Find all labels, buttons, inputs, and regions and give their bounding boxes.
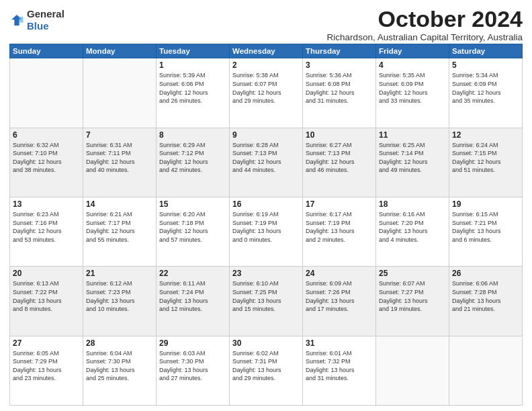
day-number: 2 (232, 60, 300, 70)
day-number: 10 (306, 130, 373, 140)
logo-blue: Blue (27, 20, 49, 32)
day-info: Sunrise: 6:11 AM Sunset: 7:24 PM Dayligh… (159, 279, 226, 313)
day-info: Sunrise: 6:05 AM Sunset: 7:29 PM Dayligh… (13, 349, 80, 383)
day-info: Sunrise: 5:36 AM Sunset: 6:08 PM Dayligh… (306, 71, 373, 105)
day-info: Sunrise: 6:17 AM Sunset: 7:19 PM Dayligh… (306, 210, 373, 244)
table-row: 28Sunrise: 6:04 AM Sunset: 7:30 PM Dayli… (83, 336, 157, 405)
day-number: 13 (13, 199, 80, 209)
day-number: 4 (379, 60, 446, 70)
svg-marker-2 (19, 16, 24, 22)
col-saturday: Saturday (449, 44, 523, 58)
logo-general: General (27, 8, 64, 19)
day-number: 31 (306, 338, 373, 348)
day-info: Sunrise: 6:20 AM Sunset: 7:18 PM Dayligh… (159, 210, 226, 244)
table-row: 26Sunrise: 6:06 AM Sunset: 7:28 PM Dayli… (449, 267, 523, 336)
day-info: Sunrise: 5:38 AM Sunset: 6:07 PM Dayligh… (232, 71, 300, 105)
day-number: 20 (13, 269, 80, 278)
calendar-week-row: 1Sunrise: 5:39 AM Sunset: 6:06 PM Daylig… (10, 58, 523, 128)
day-number: 18 (379, 199, 446, 209)
day-number: 23 (232, 269, 300, 278)
col-thursday: Thursday (303, 44, 376, 58)
day-info: Sunrise: 6:24 AM Sunset: 7:15 PM Dayligh… (452, 141, 519, 175)
month-title: October 2024 (327, 7, 523, 32)
day-number: 3 (306, 60, 373, 70)
day-info: Sunrise: 6:25 AM Sunset: 7:14 PM Dayligh… (379, 141, 446, 175)
day-number: 7 (86, 130, 153, 140)
table-row: 11Sunrise: 6:25 AM Sunset: 7:14 PM Dayli… (376, 128, 449, 197)
day-info: Sunrise: 6:04 AM Sunset: 7:30 PM Dayligh… (86, 349, 153, 383)
table-row: 19Sunrise: 6:15 AM Sunset: 7:21 PM Dayli… (449, 197, 523, 267)
page: General Blue October 2024 Richardson, Au… (0, 0, 532, 411)
logo-text: General Blue (27, 8, 64, 32)
day-number: 8 (159, 130, 226, 140)
table-row (449, 336, 523, 405)
col-wednesday: Wednesday (230, 44, 303, 58)
day-number: 29 (159, 338, 226, 348)
table-row: 31Sunrise: 6:01 AM Sunset: 7:32 PM Dayli… (303, 336, 376, 405)
table-row: 22Sunrise: 6:11 AM Sunset: 7:24 PM Dayli… (157, 267, 230, 336)
col-tuesday: Tuesday (157, 44, 230, 58)
table-row: 17Sunrise: 6:17 AM Sunset: 7:19 PM Dayli… (303, 197, 376, 267)
table-row (10, 58, 83, 128)
day-info: Sunrise: 5:35 AM Sunset: 6:09 PM Dayligh… (379, 71, 446, 105)
calendar-week-row: 6Sunrise: 6:32 AM Sunset: 7:10 PM Daylig… (10, 128, 523, 197)
day-number: 1 (159, 60, 226, 70)
day-number: 11 (379, 130, 446, 140)
day-number: 17 (306, 199, 373, 209)
day-info: Sunrise: 6:09 AM Sunset: 7:26 PM Dayligh… (306, 279, 373, 313)
table-row: 15Sunrise: 6:20 AM Sunset: 7:18 PM Dayli… (157, 197, 230, 267)
col-monday: Monday (83, 44, 157, 58)
table-row: 21Sunrise: 6:12 AM Sunset: 7:23 PM Dayli… (83, 267, 157, 336)
day-number: 15 (159, 199, 226, 209)
table-row: 18Sunrise: 6:16 AM Sunset: 7:20 PM Dayli… (376, 197, 449, 267)
subtitle: Richardson, Australian Capital Territory… (327, 32, 523, 42)
day-number: 14 (86, 199, 153, 209)
day-info: Sunrise: 6:23 AM Sunset: 7:16 PM Dayligh… (13, 210, 80, 244)
day-number: 21 (86, 269, 153, 278)
day-number: 19 (452, 199, 519, 209)
table-row: 7Sunrise: 6:31 AM Sunset: 7:11 PM Daylig… (83, 128, 157, 197)
day-info: Sunrise: 6:10 AM Sunset: 7:25 PM Dayligh… (232, 279, 300, 313)
calendar-week-row: 20Sunrise: 6:13 AM Sunset: 7:22 PM Dayli… (10, 267, 523, 336)
table-row: 9Sunrise: 6:28 AM Sunset: 7:13 PM Daylig… (230, 128, 303, 197)
table-row: 14Sunrise: 6:21 AM Sunset: 7:17 PM Dayli… (83, 197, 157, 267)
day-number: 9 (232, 130, 300, 140)
day-info: Sunrise: 6:15 AM Sunset: 7:21 PM Dayligh… (452, 210, 519, 244)
day-info: Sunrise: 6:12 AM Sunset: 7:23 PM Dayligh… (86, 279, 153, 313)
day-number: 16 (232, 199, 300, 209)
table-row: 30Sunrise: 6:02 AM Sunset: 7:31 PM Dayli… (230, 336, 303, 405)
day-number: 28 (86, 338, 153, 348)
day-info: Sunrise: 6:21 AM Sunset: 7:17 PM Dayligh… (86, 210, 153, 244)
day-number: 6 (13, 130, 80, 140)
day-info: Sunrise: 6:13 AM Sunset: 7:22 PM Dayligh… (13, 279, 80, 313)
day-info: Sunrise: 6:01 AM Sunset: 7:32 PM Dayligh… (306, 349, 373, 383)
table-row (376, 336, 449, 405)
logo: General Blue (9, 8, 64, 32)
day-number: 22 (159, 269, 226, 278)
table-row: 4Sunrise: 5:35 AM Sunset: 6:09 PM Daylig… (376, 58, 449, 128)
calendar-week-row: 13Sunrise: 6:23 AM Sunset: 7:16 PM Dayli… (10, 197, 523, 267)
day-number: 12 (452, 130, 519, 140)
day-number: 5 (452, 60, 519, 70)
table-row: 25Sunrise: 6:07 AM Sunset: 7:27 PM Dayli… (376, 267, 449, 336)
title-block: October 2024 Richardson, Australian Capi… (327, 7, 523, 42)
table-row: 27Sunrise: 6:05 AM Sunset: 7:29 PM Dayli… (10, 336, 83, 405)
calendar: Sunday Monday Tuesday Wednesday Thursday… (9, 44, 523, 406)
day-number: 25 (379, 269, 446, 278)
day-info: Sunrise: 6:29 AM Sunset: 7:12 PM Dayligh… (159, 141, 226, 175)
day-info: Sunrise: 6:32 AM Sunset: 7:10 PM Dayligh… (13, 141, 80, 175)
calendar-header-row: Sunday Monday Tuesday Wednesday Thursday… (10, 44, 523, 58)
day-info: Sunrise: 6:06 AM Sunset: 7:28 PM Dayligh… (452, 279, 519, 313)
day-info: Sunrise: 6:07 AM Sunset: 7:27 PM Dayligh… (379, 279, 446, 313)
day-info: Sunrise: 6:03 AM Sunset: 7:30 PM Dayligh… (159, 349, 226, 383)
day-info: Sunrise: 6:31 AM Sunset: 7:11 PM Dayligh… (86, 141, 153, 175)
table-row: 20Sunrise: 6:13 AM Sunset: 7:22 PM Dayli… (10, 267, 83, 336)
day-info: Sunrise: 6:28 AM Sunset: 7:13 PM Dayligh… (232, 141, 300, 175)
table-row: 12Sunrise: 6:24 AM Sunset: 7:15 PM Dayli… (449, 128, 523, 197)
day-number: 26 (452, 269, 519, 278)
day-number: 30 (232, 338, 300, 348)
col-sunday: Sunday (10, 44, 83, 58)
table-row: 16Sunrise: 6:19 AM Sunset: 7:19 PM Dayli… (230, 197, 303, 267)
logo-icon (9, 13, 24, 28)
col-friday: Friday (376, 44, 449, 58)
